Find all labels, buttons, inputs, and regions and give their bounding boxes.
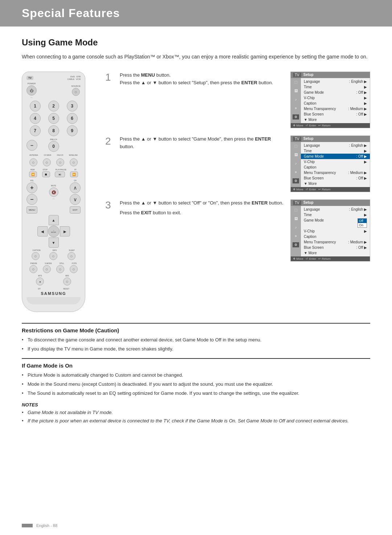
tv-item-menutrans-1: Menu Transparency: Medium ▶	[301, 106, 370, 112]
remote-caption-label: CAPTION	[32, 249, 40, 251]
remote-ch-down-button[interactable]: ∨	[70, 194, 81, 205]
tv-menu-1-footer: ❖ Move ⏎ Enter ↩ Return	[291, 123, 370, 128]
tv-item-language-2: Language: English ▶	[301, 143, 370, 148]
remote-btn-0[interactable]: 0	[48, 141, 59, 152]
remote-antenna-button[interactable]: ◯	[29, 158, 37, 166]
tv-menu-3-icons: ⬚ 🖼 ♪ ≡ ⚙	[291, 206, 301, 256]
remote-power-button[interactable]: ⏻	[26, 85, 37, 96]
remote-still-button[interactable]: ◯	[56, 265, 64, 273]
tv-icon-picture-2: 🖼	[293, 152, 299, 157]
tv-item-bluescreen-2: Blue Screen: Off ▶	[301, 175, 370, 181]
remote-sitreset-row: SIT RESET	[26, 288, 81, 290]
step-3-number: 3	[105, 200, 114, 210]
tv-icon-channel-1: ≡	[293, 106, 299, 111]
remote-caption-row: CAPTION INFO SLEEP	[26, 249, 81, 251]
remote-btn-9[interactable]: 9	[67, 125, 78, 136]
remote-menu-button[interactable]: MENU	[26, 206, 37, 214]
tv-item-time-1: Time▶	[301, 84, 370, 90]
remote-fav-ch-button[interactable]: ◯	[56, 158, 64, 166]
tv-menu-1-icons: ⬚ 🖼 ♪ ≡ ⚙	[291, 78, 301, 123]
remote-enter-button[interactable]: ◎ ENTER	[48, 226, 60, 237]
remote-btn-6[interactable]: 6	[67, 113, 78, 124]
remote-btn-3[interactable]: 3	[67, 101, 78, 112]
remote-antenna-row: ANTENNA CH MGR FAV.CH WISELINK	[26, 154, 81, 156]
remote-dpad-down[interactable]: ▼	[49, 238, 59, 248]
remote-pmode-label: P.MODE	[30, 262, 37, 264]
remote-fav-ch-label: FAV.CH	[57, 154, 63, 156]
tv-item-more-2: ▼ More	[301, 181, 370, 186]
step-2-text: Press the ▲ or ▼ button to select "Game …	[120, 135, 285, 151]
remote-ch-col: CH ∧ ∨	[70, 179, 81, 205]
remote-power-label: POWER	[28, 82, 36, 85]
tv-item-gamemode-1: Game Mode: Off ▶	[301, 90, 370, 95]
restrictions-title: Restrictions on Game Mode (Caution)	[22, 327, 370, 333]
remote-btn-5[interactable]: 5	[48, 113, 59, 124]
remote-mts-label: MTS	[38, 275, 42, 277]
remote-antenna-label: ANTENNA	[29, 154, 38, 156]
remote-info-button[interactable]: ◯	[49, 252, 57, 260]
remote-btn-8[interactable]: 8	[48, 125, 59, 136]
main-layout: TV DVD STB CABLE VCR	[22, 72, 370, 312]
remote-wiselink-label: WISELINK	[69, 154, 78, 156]
tv-menu-3-items: Language: English ▶ Time▶ Game Mode Off …	[301, 206, 370, 256]
remote-dash-button[interactable]: –	[26, 140, 37, 151]
tv-menu-1: TV Setup ⬚ 🖼 ♪ ≡ ⚙ Language: English ▶	[290, 72, 370, 128]
remote-vol-up-button[interactable]: +	[26, 182, 37, 193]
remote-ch-mgr-button[interactable]: ◯	[43, 158, 51, 166]
remote-exit-button[interactable]: EXIT	[70, 206, 81, 214]
remote-caption-button[interactable]: ◯	[32, 252, 40, 260]
tv-gamemode-on-option: On	[358, 223, 367, 227]
remote-cable-vcr: CABLE VCR	[68, 78, 81, 80]
remote-vol-down-button[interactable]: –	[26, 194, 37, 205]
remote-wiselink-button[interactable]: ◯	[70, 158, 78, 166]
tv-item-gamemode-3: Game Mode Off On	[301, 218, 370, 228]
remote-sleep-label: SLEEP	[69, 249, 74, 251]
remote-source-button[interactable]: ◯	[72, 88, 80, 96]
step-1-content: Press the MENU button. Press the ▲ or ▼ …	[120, 72, 285, 89]
remote-vol-label: VOL	[30, 179, 34, 182]
remote-mts-button[interactable]: ●	[36, 277, 44, 285]
remote-stb-label: STB	[76, 76, 81, 78]
tv-menu-2-header: TV Setup	[291, 136, 370, 142]
step-2-content: Press the ▲ or ▼ button to select "Game …	[120, 135, 285, 153]
tv-item-language-3: Language: English ▶	[301, 207, 370, 212]
remote-rew-button[interactable]: ⏪	[29, 171, 37, 177]
remote-btn-7[interactable]: 7	[30, 125, 41, 136]
notes-item-1: Game Mode is not available in TV mode.	[22, 409, 370, 417]
tv-icon-sound-3: ♪	[293, 225, 299, 230]
game-mode-item-2: Mode in the Sound menu (except Custom) i…	[22, 381, 370, 388]
tv-item-time-3: Time▶	[301, 212, 370, 218]
remote-ch-up-button[interactable]: ∧	[70, 182, 81, 193]
remote-number-grid: 1 2 3 4 5 6 7 8 9	[26, 101, 81, 136]
remote-btn-4[interactable]: 4	[30, 113, 41, 124]
tv-item-vchip-1: V-Chip▶	[301, 95, 370, 101]
remote-dpad-up[interactable]: ▲	[49, 215, 59, 225]
page-title: Special Features	[22, 7, 370, 20]
remote-sleep-button[interactable]: ◯	[68, 252, 75, 260]
remote-dpad-right[interactable]: ▶	[60, 226, 70, 236]
remote-play-button[interactable]: ⏯	[55, 171, 65, 177]
step-3-text: Press the ▲ or ▼ button to select "Off" …	[120, 199, 285, 207]
remote-stop-button[interactable]: ⏹	[42, 171, 50, 177]
tv-icon-input-2: ⬚	[293, 143, 299, 149]
remote-pste-button[interactable]: ◯	[70, 265, 78, 273]
remote-ch-label: CH	[74, 179, 76, 182]
step-3-row: 3 Press the ▲ or ▼ button to select "Off…	[105, 199, 370, 262]
restrictions-item-2: If you display the TV menu in Game mode,…	[22, 345, 370, 353]
remote-ff-button[interactable]: ⏩	[70, 171, 78, 177]
remote-dpad-left[interactable]: ◀	[37, 226, 48, 236]
tv-icon-input-1: ⬚	[293, 80, 299, 85]
remote-mute-button[interactable]: 🔇	[49, 187, 58, 197]
remote-pste-label: P.STE	[72, 262, 77, 264]
remote-srs-button[interactable]: ◯	[63, 277, 71, 285]
remote-pmode-button[interactable]: ◯	[29, 265, 37, 273]
remote-dash-row: – PRE-CH 0	[26, 138, 81, 152]
remote-btn-2[interactable]: 2	[48, 101, 59, 112]
tv-item-caption-3: Caption	[301, 234, 370, 239]
remote-btn-1[interactable]: 1	[30, 101, 41, 112]
step-3-exit-text: Press the EXIT button to exit.	[120, 209, 285, 217]
tv-label-3: TV	[293, 200, 301, 205]
tv-menu-3-header: TV Setup	[291, 200, 370, 206]
step-3-content: Press the ▲ or ▼ button to select "Off" …	[120, 199, 285, 219]
remote-smode-button[interactable]: ◯	[43, 265, 51, 273]
